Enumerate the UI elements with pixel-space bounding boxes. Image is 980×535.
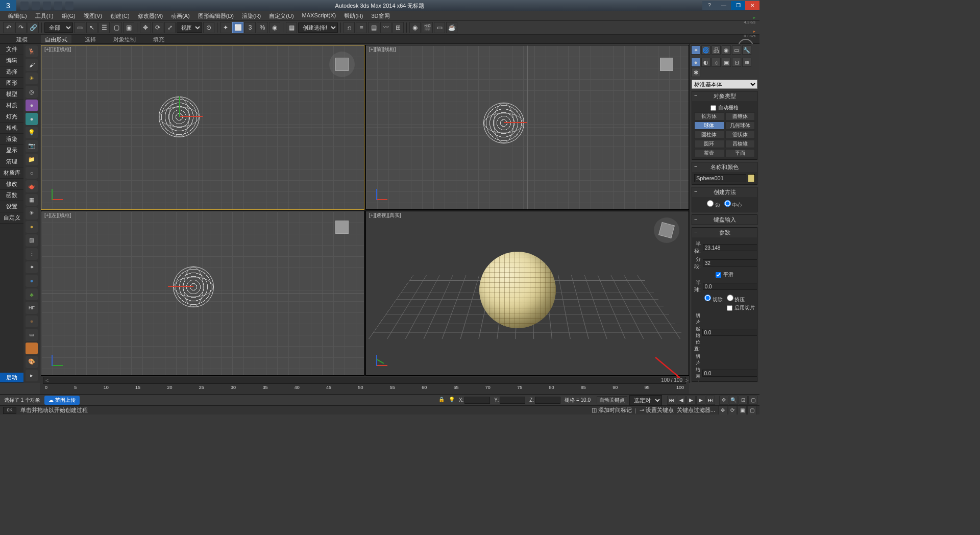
rotate-icon[interactable]: ⟳ [152,22,163,33]
folder-icon[interactable]: 📁 [26,154,38,165]
viewport-persp-label[interactable]: [+][透视][真实] [369,212,401,219]
menu-item[interactable]: 视图(V) [80,11,107,20]
left-category[interactable]: 函数 [0,190,23,201]
rollout-header[interactable]: 名称和颜色 [692,162,757,172]
render-icon[interactable]: ☕ [446,22,457,33]
sun-icon[interactable]: ☀ [26,207,38,219]
viewport-top-label[interactable]: [+][顶][线框] [44,46,71,53]
utilities-tab-icon[interactable]: 🔧 [742,45,751,55]
mirror-icon[interactable]: ⎌ [344,22,355,33]
primitive-button[interactable]: 几何球体 [725,121,755,130]
left-category[interactable]: 修改 [0,179,23,190]
set-key-button[interactable]: ⊸ 设置关键点 [640,406,674,414]
rollout-header[interactable]: 参数 [692,228,757,237]
align-icon[interactable]: ≡ [356,22,367,33]
render-frame-icon[interactable]: ▭ [434,22,445,33]
primitive-button[interactable]: 圆柱体 [694,131,724,139]
menu-item[interactable]: 组(G) [58,11,80,20]
nav-zoom-ext-icon[interactable]: ▣ [738,406,747,415]
named-selection-select[interactable]: 创建选择集 [298,22,338,33]
move-icon[interactable]: ✥ [140,22,151,33]
qat-save[interactable] [54,2,62,10]
left-category[interactable]: 自定义 [0,212,23,224]
snap-toggle-icon[interactable]: ⬜ [232,22,243,33]
object-color-swatch[interactable] [748,174,755,182]
left-category[interactable]: 图形 [0,78,23,89]
slice-on-checkbox[interactable] [727,305,732,311]
object-name-input[interactable] [694,174,746,182]
left-category[interactable]: 相机 [0,123,23,134]
schematic-icon[interactable]: ⊞ [393,22,404,33]
autogrid-checkbox[interactable] [710,105,716,111]
create-tab-icon[interactable]: ✦ [691,45,700,55]
menu-item[interactable]: 渲染(R) [238,11,265,20]
teal-sphere-icon[interactable]: ● [26,113,38,125]
menu-item[interactable]: 动画(A) [167,11,194,20]
rollout-header[interactable]: 对象类型 [692,91,757,101]
viewcube-top[interactable] [329,52,355,77]
camera-icon[interactable]: 📷 [26,140,38,152]
rollout-header[interactable]: 创建方法 [692,187,757,197]
menu-item[interactable]: 工具(T) [31,11,58,20]
left-category[interactable]: 选择 [0,66,23,78]
primitive-button[interactable]: 球体 [694,121,724,130]
viewport-front[interactable]: [+][前][线框] [365,45,689,210]
ribbon-tab[interactable]: 填充 [149,35,168,43]
chop-radio[interactable]: 切除 [704,295,723,303]
primitive-button[interactable]: 圆锥体 [725,112,755,120]
nav-maximize-icon[interactable]: ▢ [747,406,756,415]
brush-icon[interactable]: 🖌 [26,59,38,70]
viewcube-persp[interactable] [654,217,679,243]
close-button[interactable]: ✕ [745,1,760,10]
qat-undo[interactable] [20,2,29,10]
deer-icon[interactable]: 🦌 [26,45,38,57]
systems-icon[interactable]: ✱ [691,68,700,77]
viewcube-left[interactable] [329,214,355,240]
menu-item[interactable]: 修改器(M) [134,11,167,20]
lights-icon[interactable]: ☼ [712,58,721,67]
add-time-tag[interactable]: ◫ 添加时间标记 [592,406,632,414]
upload-button[interactable]: ☁ 范围上传 [44,396,80,405]
target-icon[interactable]: ◎ [26,86,38,98]
autokey-button[interactable]: 自动关键点 [597,396,627,404]
qat-link[interactable] [43,2,51,10]
qat-redo[interactable] [32,2,40,10]
hierarchy-tab-icon[interactable]: 品 [712,45,721,55]
squash-radio[interactable]: 挤压 [727,295,745,303]
y-coord-input[interactable] [500,397,525,404]
help-button[interactable]: ? [702,1,717,10]
palette-icon[interactable]: 🎨 [26,356,38,368]
ribbon-tab[interactable]: 选择 [81,35,100,43]
cameras-cat-icon[interactable]: ▣ [722,58,731,67]
nav-orbit-icon[interactable]: ⟳ [728,406,737,415]
menu-item[interactable]: 帮助(H) [340,11,367,20]
nav-pan-icon[interactable]: ✥ [718,406,727,415]
primitive-button[interactable]: 茶壶 [694,149,724,157]
box-icon[interactable]: ▭ [26,329,38,341]
manip-icon[interactable]: ✦ [220,22,231,33]
motion-tab-icon[interactable]: ◉ [722,45,731,55]
ribbon-tab[interactable]: 对象绘制 [109,35,140,43]
sphere-object[interactable] [479,252,556,328]
hatch-icon[interactable]: ▨ [26,234,38,246]
method-center-radio[interactable]: 中心 [724,200,743,209]
hf-icon[interactable]: HF [26,302,38,313]
layers-icon[interactable]: ▤ [368,22,379,33]
play-button-icon[interactable]: ▶ [687,396,696,405]
app-logo[interactable]: 3 [0,0,16,11]
menu-item[interactable]: 自定义(U) [265,11,298,20]
key-filters-button[interactable]: 关键点过滤器... [677,406,715,414]
play-icon[interactable]: ▸ [26,370,38,381]
undo-icon[interactable]: ↶ [3,22,14,33]
blue-sphere-icon[interactable]: ● [26,275,38,286]
swatch-orange-icon[interactable] [26,343,38,354]
select-region-icon[interactable]: ▢ [111,22,122,33]
smooth-checkbox[interactable] [716,272,721,278]
left-category[interactable]: 显示 [0,145,23,156]
left-category[interactable]: 清理 [0,156,23,167]
menu-item[interactable]: 创建(C) [106,11,133,20]
grid-icon[interactable]: ▦ [26,194,38,206]
left-category[interactable]: 文件 [0,44,23,55]
select-object-icon[interactable]: ↖ [86,22,97,33]
shapes-icon[interactable]: ◐ [701,58,710,67]
